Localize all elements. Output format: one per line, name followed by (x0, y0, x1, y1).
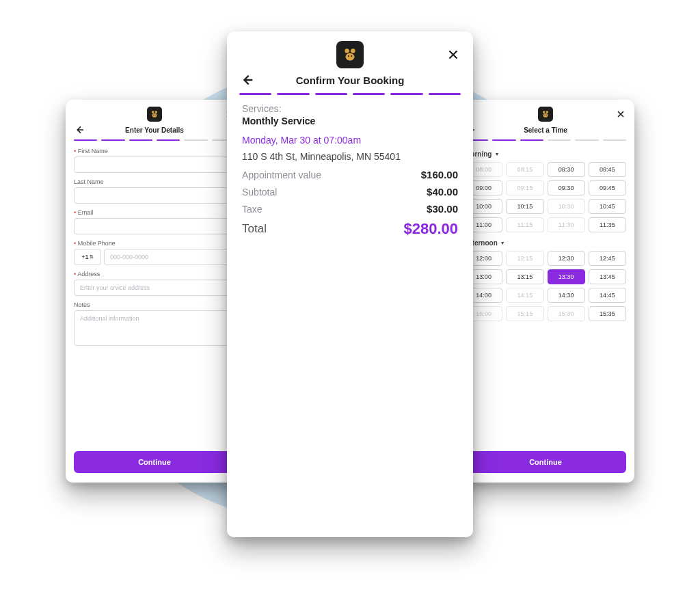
progress-segment (101, 139, 124, 141)
country-code-select[interactable]: +1⇅ (74, 249, 101, 265)
first-name-label: First Name (74, 148, 235, 154)
progress-segment (520, 139, 543, 141)
svg-point-14 (546, 115, 547, 116)
time-slot: 11:15 (506, 217, 543, 232)
svg-point-3 (153, 115, 154, 116)
time-slot[interactable]: 09:45 (589, 180, 626, 195)
progress-segment (429, 93, 461, 95)
appointment-datetime[interactable]: Monday, Mar 30 at 07:00am (242, 135, 458, 146)
svg-point-8 (348, 55, 349, 57)
svg-point-12 (543, 113, 548, 118)
time-slot[interactable]: 12:30 (548, 251, 585, 266)
time-slot[interactable]: 11:35 (589, 217, 626, 232)
progress-segment (277, 93, 309, 95)
progress-segment (239, 93, 271, 95)
progress-segment (603, 139, 626, 141)
first-name-field[interactable] (74, 157, 235, 173)
email-label: Email (74, 209, 235, 216)
time-slot: 09:15 (506, 180, 543, 195)
time-group-label[interactable]: Morning▼ (465, 150, 626, 158)
progress-bar (227, 93, 473, 103)
screen-title: Enter Your Details (85, 126, 224, 134)
last-name-field[interactable] (74, 187, 235, 204)
close-icon[interactable] (446, 47, 461, 62)
line-appointment-value: Appointment value $160.00 (242, 169, 458, 180)
line-tax: Taxe $30.00 (242, 203, 458, 215)
svg-point-4 (155, 115, 156, 116)
time-slot[interactable]: 08:30 (548, 162, 585, 177)
email-field[interactable] (74, 218, 235, 234)
progress-segment (184, 139, 207, 141)
time-slot: 15:15 (506, 306, 543, 321)
services-label: Services: (242, 103, 458, 114)
screen-title: Confirm Your Booking (254, 74, 446, 86)
time-slot[interactable]: 13:45 (589, 269, 626, 284)
screen-title: Select a Time (476, 126, 615, 134)
progress-segment (390, 93, 422, 95)
caret-down-icon: ▼ (500, 241, 505, 245)
close-icon[interactable] (615, 109, 626, 120)
details-screen: Enter Your Details First Name Last Name … (66, 100, 243, 483)
time-slot[interactable]: 09:30 (548, 180, 585, 195)
svg-point-1 (155, 111, 158, 113)
continue-button[interactable]: Continue (465, 451, 626, 473)
progress-bar (457, 139, 634, 148)
time-slot[interactable]: 14:45 (589, 288, 626, 303)
notes-label: Notes (74, 301, 235, 308)
progress-segment (353, 93, 385, 95)
svg-point-0 (152, 111, 154, 113)
time-slot: 15:30 (548, 306, 585, 321)
time-slot[interactable]: 13:15 (506, 269, 543, 284)
time-slot: 10:30 (548, 199, 585, 214)
time-slot: 11:30 (548, 217, 585, 232)
continue-button[interactable]: Continue (74, 451, 235, 473)
caret-down-icon: ▼ (494, 152, 499, 157)
line-subtotal: Subtotal $40.00 (242, 186, 458, 198)
chevron-updown-icon: ⇅ (90, 254, 94, 260)
appointment-address: 110 S 4th St, Minneapolis, MN 55401 (242, 151, 458, 162)
svg-point-9 (351, 55, 352, 57)
notes-field[interactable] (74, 310, 235, 346)
svg-point-6 (351, 49, 355, 53)
time-slot[interactable]: 15:35 (589, 306, 626, 321)
service-name: Monthly Service (242, 116, 458, 126)
progress-segment (575, 139, 598, 141)
time-slot: 08:15 (506, 162, 543, 177)
time-slot: 14:15 (506, 288, 543, 303)
last-name-label: Last Name (74, 178, 235, 185)
confirm-screen: Confirm Your Booking Services: Monthly S… (227, 31, 473, 537)
svg-point-10 (543, 111, 546, 113)
time-slot[interactable]: 10:45 (589, 199, 626, 214)
time-slot[interactable]: 12:45 (589, 251, 626, 266)
phone-field[interactable] (104, 249, 235, 265)
time-slot[interactable]: 14:30 (548, 288, 585, 303)
time-group-label[interactable]: Afternoon▼ (465, 239, 626, 247)
time-slot[interactable]: 10:15 (506, 199, 543, 214)
time-slot[interactable]: 13:30 (548, 269, 585, 284)
progress-segment (74, 139, 97, 141)
address-label: Address (74, 271, 235, 277)
svg-point-11 (546, 111, 549, 113)
progress-segment (129, 139, 152, 141)
svg-point-2 (152, 113, 157, 118)
progress-segment (548, 139, 571, 141)
app-logo (336, 41, 364, 68)
time-slot[interactable]: 08:45 (589, 162, 626, 177)
line-total: Total $280.00 (242, 220, 458, 238)
back-icon[interactable] (74, 124, 85, 135)
progress-segment (492, 139, 515, 141)
time-screen: Select a Time Morning▼08:0008:1508:3008:… (457, 100, 634, 483)
time-slot: 12:15 (506, 251, 543, 266)
svg-point-5 (345, 49, 349, 53)
app-logo (538, 107, 553, 122)
phone-label: Mobile Phone (74, 240, 235, 247)
progress-segment (315, 93, 347, 95)
progress-bar (66, 139, 243, 148)
back-icon[interactable] (239, 72, 254, 87)
address-field[interactable] (74, 280, 235, 296)
app-logo (147, 107, 162, 122)
svg-point-7 (346, 53, 355, 61)
progress-segment (157, 139, 180, 141)
svg-point-13 (544, 115, 545, 116)
